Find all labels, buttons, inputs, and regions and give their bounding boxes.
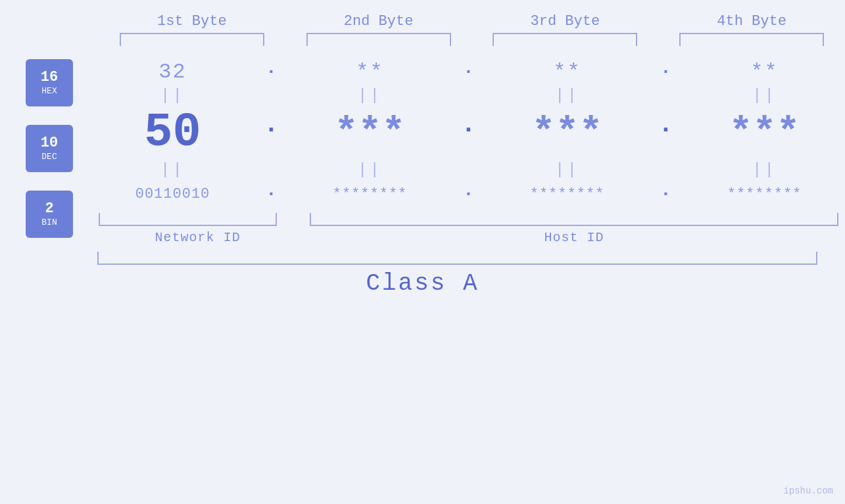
dec-cells: 50 . *** . *** . *** bbox=[92, 106, 845, 160]
class-label: Class A bbox=[366, 270, 479, 297]
bin-value-4: ******** bbox=[727, 186, 802, 202]
bin-cell-3: ******** bbox=[495, 180, 640, 208]
equals-cells-2: || || || || bbox=[92, 161, 845, 179]
bin-value-row: 00110010 . ******** . ******** . *******… bbox=[92, 180, 845, 208]
equals-cell-2a: || bbox=[298, 87, 443, 104]
hex-cell-1: 32 bbox=[101, 58, 245, 85]
badge-hex: 16 HEX bbox=[26, 59, 73, 106]
dec-cell-2: *** bbox=[298, 110, 443, 155]
outer-bracket-row bbox=[0, 252, 845, 265]
data-grid: 16 HEX 10 DEC 2 BIN 32 . bbox=[0, 46, 845, 245]
hex-cell-2: ** bbox=[298, 58, 443, 85]
dec-value-row: 50 . *** . *** . *** bbox=[92, 106, 845, 160]
network-id-label: Network ID bbox=[92, 230, 303, 245]
bracket-top-4 bbox=[679, 33, 824, 46]
equals-row-1: || || || || bbox=[92, 87, 845, 104]
byte-label-4: 4th Byte bbox=[679, 13, 824, 30]
bin-cell-2: ******** bbox=[298, 180, 443, 208]
equals-cell-3b: || bbox=[495, 161, 640, 179]
bin-value-3: ******** bbox=[530, 186, 605, 202]
equals-cells-1: || || || || bbox=[92, 87, 845, 104]
hex-value-4: ** bbox=[750, 60, 778, 84]
bin-cell-4: ******** bbox=[692, 180, 837, 208]
bin-value-1: 00110010 bbox=[135, 186, 210, 202]
id-labels: Network ID Host ID bbox=[92, 230, 845, 245]
equals-cell-1a: || bbox=[101, 87, 245, 104]
host-bracket-bottom bbox=[310, 213, 838, 226]
badge-bin: 2 BIN bbox=[26, 191, 73, 238]
dec-dot-2: . bbox=[459, 112, 479, 153]
badge-bin-number: 2 bbox=[45, 200, 53, 218]
bracket-top-2 bbox=[306, 33, 451, 46]
class-label-row: Class A bbox=[0, 270, 845, 297]
bin-dot-1: . bbox=[262, 180, 281, 208]
dec-value-4: *** bbox=[729, 110, 800, 155]
dec-value-2: *** bbox=[334, 110, 405, 155]
dec-value-1: 50 bbox=[144, 106, 201, 160]
badge-dec-number: 10 bbox=[41, 135, 58, 152]
network-bracket-bottom bbox=[99, 213, 277, 226]
values-column: 32 . ** . ** . ** bbox=[92, 46, 845, 245]
host-id-label: Host ID bbox=[303, 230, 845, 245]
badge-bin-label: BIN bbox=[41, 218, 57, 228]
badge-hex-number: 16 bbox=[41, 69, 58, 86]
hex-value-1: 32 bbox=[158, 60, 186, 84]
bracket-top-3 bbox=[493, 33, 637, 46]
bracket-top-1 bbox=[120, 33, 264, 46]
bracket-tops-row bbox=[0, 33, 845, 46]
byte-label-1: 1st Byte bbox=[120, 13, 264, 30]
equals-cell-2b: || bbox=[298, 161, 443, 179]
bin-cell-1: 00110010 bbox=[101, 180, 245, 208]
byte-labels-row: 1st Byte 2nd Byte 3rd Byte 4th Byte bbox=[0, 13, 845, 30]
hex-dot-3: . bbox=[656, 58, 676, 85]
outer-bracket bbox=[97, 252, 817, 265]
bin-cells: 00110010 . ******** . ******** . *******… bbox=[92, 180, 845, 208]
byte-label-3: 3rd Byte bbox=[493, 13, 637, 30]
equals-cell-4a: || bbox=[692, 87, 837, 104]
dec-cell-4: *** bbox=[692, 110, 837, 155]
main-container: 1st Byte 2nd Byte 3rd Byte 4th Byte 16 H… bbox=[0, 0, 845, 504]
equals-row-2: || || || || bbox=[92, 161, 845, 179]
watermark: ipshu.com bbox=[783, 486, 833, 496]
hex-cell-4: ** bbox=[692, 58, 837, 85]
badge-dec-label: DEC bbox=[41, 152, 57, 162]
hex-cells: 32 . ** . ** . ** bbox=[92, 58, 845, 85]
equals-cell-4b: || bbox=[692, 161, 837, 179]
hex-dot-1: . bbox=[262, 58, 281, 85]
dec-dot-3: . bbox=[656, 112, 676, 153]
equals-cell-3a: || bbox=[495, 87, 640, 104]
bottom-brackets bbox=[92, 213, 845, 226]
dec-dot-1: . bbox=[262, 112, 281, 153]
badge-hex-label: HEX bbox=[41, 86, 57, 97]
dec-value-3: *** bbox=[531, 110, 602, 155]
hex-value-3: ** bbox=[553, 60, 581, 84]
bin-value-2: ******** bbox=[333, 186, 408, 202]
badges-column: 16 HEX 10 DEC 2 BIN bbox=[7, 46, 92, 245]
badge-dec: 10 DEC bbox=[26, 125, 73, 172]
hex-cell-3: ** bbox=[495, 58, 640, 85]
dec-cell-3: *** bbox=[495, 110, 640, 155]
bin-dot-2: . bbox=[459, 180, 479, 208]
bin-dot-3: . bbox=[656, 180, 676, 208]
hex-value-2: ** bbox=[356, 60, 383, 84]
hex-dot-2: . bbox=[459, 58, 479, 85]
hex-value-row: 32 . ** . ** . ** bbox=[92, 58, 845, 85]
dec-cell-1: 50 bbox=[101, 106, 245, 160]
byte-label-2: 2nd Byte bbox=[306, 13, 451, 30]
equals-cell-1b: || bbox=[101, 161, 245, 179]
